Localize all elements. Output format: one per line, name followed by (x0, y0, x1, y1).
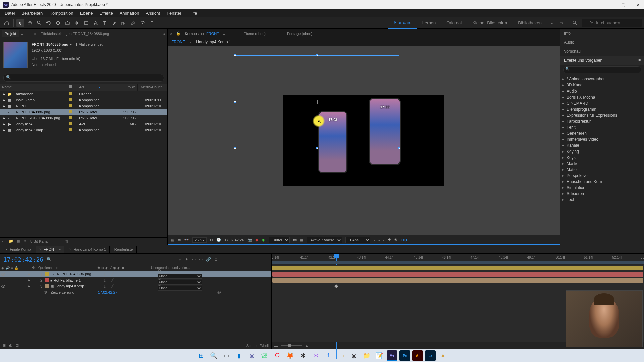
menu-datei[interactable]: Datei (1, 10, 18, 16)
composition-viewport[interactable]: 17:03 17:03 ↖ (168, 46, 560, 235)
exposure-icon[interactable]: ☀ (394, 238, 397, 242)
brush-tool[interactable] (110, 19, 118, 27)
maximize-button[interactable]: ▢ (620, 2, 627, 7)
alpha-icon[interactable]: ▦ (171, 238, 174, 242)
keyframe-row[interactable] (272, 283, 644, 289)
clone-tool[interactable] (120, 19, 128, 27)
project-row[interactable]: ▸▭ FRONT_RGB_1840886.pngPNG-Datei503 KB (0, 115, 167, 121)
project-row[interactable]: ▸▦ FRONTKomposition0:00:13:16 (0, 103, 167, 109)
keyframe[interactable] (334, 284, 338, 288)
menu-komposition[interactable]: Komposition (46, 10, 77, 16)
effect-category[interactable]: Generieren (560, 130, 644, 136)
timeline-search-icon[interactable]: 🔍 (47, 257, 52, 262)
comp-tab-menu-icon[interactable]: ≡ (223, 32, 225, 36)
timecode-icon[interactable]: 🕐 (216, 238, 221, 242)
taskbar-app1[interactable]: ✱ (298, 350, 308, 361)
timeline-ruler[interactable]: 3:14f41:14f42:14f43:14f44:14f45:14f46:14… (272, 254, 644, 265)
views-dropdown[interactable]: 1 Ansi... (345, 237, 370, 243)
taskbar-obs[interactable]: ◉ (348, 350, 359, 361)
taskbar-task-view[interactable]: ▭ (221, 350, 232, 361)
project-row[interactable]: ▸▶ Handy.mp4AVI... MB0:00:13:16 (0, 121, 167, 127)
comp-tab-name[interactable]: FRONT (206, 32, 219, 36)
menu-animation[interactable]: Animation (116, 10, 143, 16)
col-tag[interactable] (67, 84, 77, 90)
project-row[interactable]: ▸📁 FarbflächenOrdner (0, 91, 167, 97)
interpret-icon[interactable]: ▭ (2, 239, 5, 243)
effect-category[interactable]: * Animationsvorgaben (560, 76, 644, 82)
tl-icon-2[interactable]: ✦ (185, 257, 189, 262)
tl-icon-3[interactable]: ▭ (192, 257, 196, 262)
effect-category[interactable]: Keying (560, 148, 644, 155)
view1-icon[interactable]: ▫ (374, 238, 375, 242)
menu-bearbeiten[interactable]: Bearbeiten (18, 10, 46, 16)
zoom-dropdown[interactable]: 25% ▾ (192, 237, 207, 243)
panel-overflow-icon[interactable]: » (163, 32, 165, 36)
taskbar-ai[interactable]: Ai (412, 350, 423, 361)
glasses-icon[interactable]: 👓 (184, 238, 189, 242)
pen-tool[interactable] (92, 19, 100, 27)
effect-category[interactable]: Immersives Video (560, 136, 644, 142)
help-search-input[interactable] (582, 19, 642, 27)
project-row[interactable]: ▭ FRONT_1840886.pngPNG-Datei596 KB (0, 109, 167, 115)
mb-icon[interactable]: ⊡ (16, 343, 19, 348)
selection-tool[interactable] (16, 19, 24, 27)
timeline-layer[interactable]: ▸2■ Rot Farbfläche 1⬚╱@ Ohne (0, 277, 271, 283)
asset-dropdown-icon[interactable]: ▼ (69, 43, 72, 46)
breadcrumb-handy[interactable]: Handy.mp4 Komp 1 (196, 40, 231, 44)
effect-category[interactable]: Keys (560, 155, 644, 161)
timeline-tab[interactable]: × Finale Komp (2, 246, 34, 253)
col-name[interactable]: Name (0, 84, 67, 90)
taskbar-teams[interactable]: ◉ (247, 350, 257, 361)
menu-ebene[interactable]: Ebene (77, 10, 96, 16)
timeline-layer[interactable]: ▸3▦ Handy.mp4 Komp 1⬚╱@ Ohne (0, 283, 271, 289)
taskbar-opera[interactable]: O (272, 350, 283, 361)
project-search-input[interactable] (3, 74, 164, 82)
zoom-tool[interactable] (35, 19, 43, 27)
stopwatch-icon[interactable]: ⏱ (44, 290, 47, 294)
taskbar-app2[interactable]: ▲ (438, 350, 448, 361)
timeline-tab[interactable]: Renderliste (111, 246, 137, 253)
home-tool[interactable] (3, 19, 11, 27)
visibility-toggle[interactable] (1, 273, 5, 276)
taskbar-search[interactable]: 🔍 (208, 350, 219, 361)
timeline-layer[interactable]: ▸1▭ FRONT_1840886.png⬚╱@ Ohne (0, 271, 271, 277)
workspace-bibliotheken[interactable]: Bibliotheken (513, 17, 547, 29)
comp-timecode[interactable]: 17:02:42:26 (224, 238, 244, 242)
effect-category[interactable]: Simulation (560, 185, 644, 191)
tab-menu-icon[interactable]: ≡ (21, 32, 23, 36)
orbit-tool[interactable] (45, 19, 53, 27)
camera-dropdown[interactable]: Aktive Kamera (307, 237, 342, 243)
puppet-tool[interactable] (148, 19, 156, 27)
effect-category[interactable]: Fehlt (560, 124, 644, 130)
eraser-tool[interactable] (129, 19, 137, 27)
timeline-timecode[interactable]: 17:02:42:26 (3, 256, 43, 263)
color-mgmt-icon[interactable]: ◉ (262, 238, 265, 242)
resolution-dropdown[interactable]: Drittel (269, 237, 290, 243)
roto-tool[interactable] (139, 19, 147, 27)
cti-head[interactable] (334, 254, 339, 258)
text-tool[interactable]: T (101, 19, 109, 27)
snapshot-icon[interactable]: 📷 (247, 238, 252, 242)
taskbar-facebook[interactable]: f (323, 350, 334, 361)
close-button[interactable]: ✕ (635, 2, 641, 7)
project-tab[interactable]: Projekt (2, 30, 19, 37)
workspace-more[interactable]: » (548, 19, 556, 27)
col-dur[interactable]: Media-Dauer (138, 84, 164, 90)
zoom-out-icon[interactable]: ▬ (274, 344, 278, 348)
rect-tool[interactable] (82, 19, 90, 27)
transparency-icon[interactable]: ▦ (300, 238, 303, 242)
timeline-tab[interactable]: × Handy.mp4 Komp 1 (66, 246, 110, 253)
effect-category[interactable]: 3D-Kanal (560, 82, 644, 88)
menu-effekte[interactable]: Effekte (96, 10, 116, 16)
taskbar-explorer[interactable]: ▮ (234, 350, 245, 361)
zoom-in-icon[interactable]: ▲ (305, 344, 309, 348)
bpc-label[interactable]: 8-Bit-Kanal (30, 239, 48, 243)
ebene-tab[interactable]: Ebene (ohne) (243, 32, 266, 36)
tl-icon-1[interactable]: ⇄ (178, 257, 182, 262)
camera-tool[interactable] (63, 19, 71, 27)
lock-icon[interactable]: 🔒 (176, 31, 181, 36)
project-row[interactable]: ▸▦ Finale KompKomposition0:00:10:00 (0, 97, 167, 103)
effect-category[interactable]: Text (560, 197, 644, 203)
effects-search-input[interactable] (563, 66, 641, 73)
mask-icon[interactable]: ▭ (177, 238, 181, 242)
